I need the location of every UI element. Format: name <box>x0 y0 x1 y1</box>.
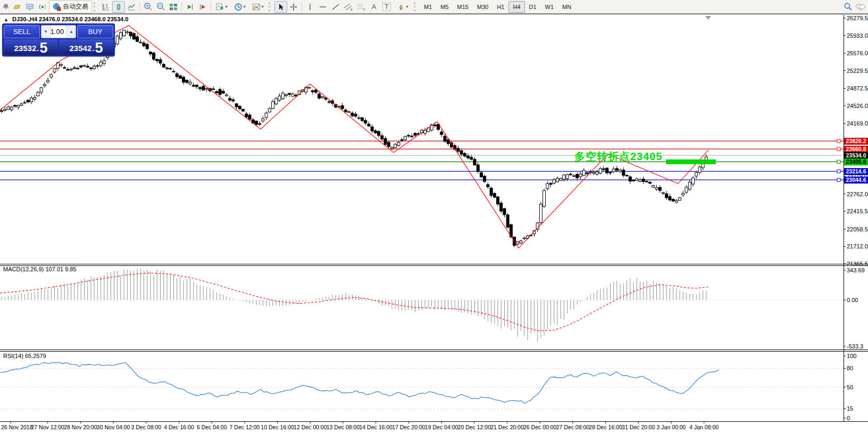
bars-chart-button[interactable] <box>99 1 112 13</box>
turning-point-annotation[interactable]: 多空转折点23405 <box>574 149 663 164</box>
rsi-axis-label: 0 <box>847 415 850 421</box>
candle-body <box>573 176 575 176</box>
monitor-chart-icon <box>26 3 34 11</box>
candlestick-chart-button[interactable] <box>112 1 125 13</box>
time-axis-label[interactable]: 7 Dec 12:00 <box>230 424 260 430</box>
price-line-badge: 23534.0 <box>844 152 868 159</box>
sell-price-display[interactable]: 23532 . 5 <box>4 39 58 55</box>
timeframe-button-w1[interactable]: W1 <box>541 1 558 13</box>
text-tool-button[interactable]: A <box>368 1 380 13</box>
main-toolbar: 单 自动交易 <box>0 0 868 14</box>
arrows-icon <box>397 3 405 11</box>
line-handle[interactable] <box>837 147 840 151</box>
time-axis-label[interactable]: 3 Jan 00:00 <box>657 424 686 430</box>
tile-windows-button[interactable] <box>167 1 180 13</box>
timeframe-button-mn[interactable]: MN <box>558 1 575 13</box>
candle-body <box>314 90 317 93</box>
time-axis-label[interactable]: 17 Dec 20:00 <box>392 424 425 430</box>
new-chart-button[interactable]: ▾ <box>213 1 231 13</box>
autotrade-button[interactable]: 自动交易 <box>49 1 92 13</box>
profiles-button[interactable]: ▾ <box>231 1 249 13</box>
candle-body <box>636 179 638 180</box>
candle-body <box>460 151 463 154</box>
line-handle[interactable] <box>837 160 840 163</box>
horizontal-line-button[interactable] <box>316 1 329 13</box>
timeframe-button-h4[interactable]: H4 <box>508 1 524 13</box>
candlestick-chart-icon <box>114 3 123 11</box>
line-handle[interactable] <box>837 178 840 181</box>
toolbar-separator <box>302 2 302 12</box>
time-axis-label[interactable]: 13 Dec 08:00 <box>327 424 360 430</box>
volume-decrease-button[interactable]: ▼ <box>41 26 51 38</box>
equidistant-channel-button[interactable]: E <box>342 1 355 13</box>
trendline-icon <box>331 3 340 11</box>
candle-body <box>66 70 69 70</box>
zoom-in-button[interactable] <box>141 1 154 13</box>
time-axis-label[interactable]: 21 Dec 20:00 <box>490 424 523 430</box>
candle-body <box>669 197 671 200</box>
search-button[interactable] <box>841 1 854 13</box>
time-axis-label[interactable]: 6 Dec 04:00 <box>197 424 227 430</box>
cursor-button[interactable] <box>274 1 287 13</box>
line-chart-button[interactable] <box>125 1 138 13</box>
time-axis-label[interactable]: 28 Dec 16:00 <box>589 424 622 430</box>
macd-axis-label: 0.00 <box>847 297 858 303</box>
collapse-panel-arrow[interactable]: ▲ <box>4 17 9 22</box>
vertical-line-button[interactable] <box>304 1 316 13</box>
candle-body <box>268 109 271 112</box>
time-axis-label[interactable]: 26 Dec 00:00 <box>523 424 556 430</box>
chart-shift-button[interactable] <box>196 1 209 13</box>
time-axis-label[interactable]: 10 Dec 16:00 <box>261 424 294 430</box>
time-axis-label[interactable]: 4 Jan 08:00 <box>689 424 719 430</box>
time-axis-label[interactable]: 20 Dec 12:00 <box>458 424 491 430</box>
line-handle[interactable] <box>837 139 840 143</box>
new-order-button[interactable]: 单 <box>1 1 11 13</box>
timeframe-button-m5[interactable]: M5 <box>436 1 453 13</box>
timeframe-button-h1[interactable]: H1 <box>493 1 508 13</box>
crosshair-button[interactable] <box>287 1 300 13</box>
sell-button[interactable]: SELL <box>4 25 40 38</box>
zigzag-line[interactable] <box>0 26 708 248</box>
buy-button[interactable]: BUY <box>77 25 113 38</box>
time-axis-label[interactable]: 30 Nov 04:00 <box>97 424 130 430</box>
candle-body <box>467 156 470 158</box>
gold-bar-button[interactable] <box>11 1 23 13</box>
terminal-button[interactable] <box>23 1 36 13</box>
time-axis-label[interactable]: 19 Dec 04:00 <box>425 424 458 430</box>
buy-price-display[interactable]: 23542 . 5 <box>59 39 113 55</box>
chat-button[interactable] <box>854 1 867 13</box>
candle-body <box>695 172 698 176</box>
zoom-out-button[interactable] <box>154 1 167 13</box>
auto-scroll-button[interactable] <box>183 1 196 13</box>
turning-point-segment[interactable] <box>666 160 716 164</box>
timeframe-button-d1[interactable]: D1 <box>525 1 541 13</box>
candle-body <box>497 197 499 204</box>
templates-button[interactable]: ▾ <box>249 1 267 13</box>
candle-body <box>658 187 661 190</box>
price-line-badge: 23820.2 <box>844 138 868 145</box>
time-axis-label[interactable]: 12 Dec 00:00 <box>294 424 327 430</box>
volume-increase-button[interactable]: ▲ <box>66 26 76 38</box>
timeframe-button-m1[interactable]: M1 <box>420 1 436 13</box>
time-axis-label[interactable]: 31 Dec 20:00 <box>622 424 655 430</box>
timeframe-button-m30[interactable]: M30 <box>473 1 493 13</box>
text-label-button[interactable]: T <box>380 1 393 13</box>
candle-body <box>192 85 195 86</box>
candle-body <box>523 238 525 238</box>
arrows-tool-button[interactable]: ▾ <box>393 1 412 13</box>
fibonacci-button[interactable]: F <box>355 1 368 13</box>
line-handle[interactable] <box>837 170 840 173</box>
time-axis-label[interactable]: 27 Nov 12:00 <box>31 424 64 430</box>
time-axis-label[interactable]: 4 Dec 16:00 <box>164 424 194 430</box>
timeframe-button-m15[interactable]: M15 <box>453 1 473 13</box>
time-axis-label[interactable]: 26 Nov 2018 <box>1 424 33 430</box>
time-axis-label[interactable]: 14 Dec 16:00 <box>359 424 392 430</box>
volume-input[interactable]: 1.00 <box>51 26 66 38</box>
candle-body <box>493 193 496 197</box>
trendline-button[interactable] <box>329 1 342 13</box>
time-axis-label[interactable]: 28 Nov 20:00 <box>64 424 97 430</box>
time-axis-label[interactable]: 27 Dec 08:00 <box>556 424 589 430</box>
time-axis-label[interactable]: 3 Dec 08:00 <box>131 424 161 430</box>
signals-button[interactable] <box>36 1 49 13</box>
candle-body <box>381 136 383 139</box>
